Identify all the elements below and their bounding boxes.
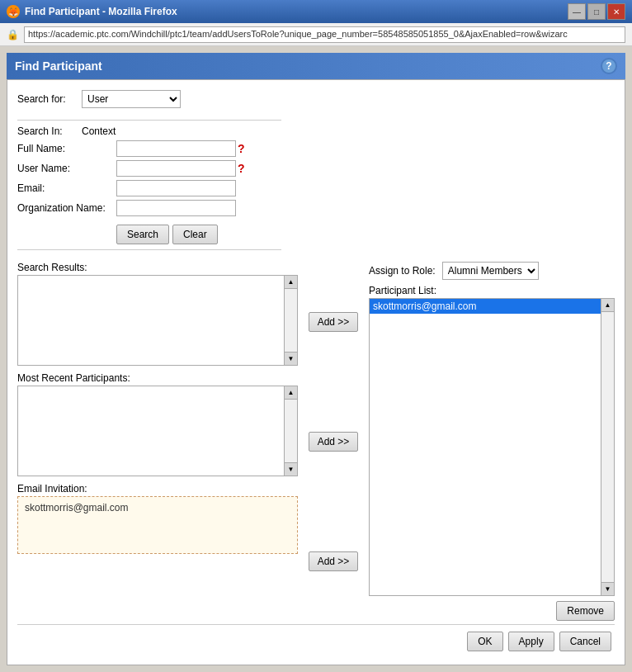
- add-button-2[interactable]: Add >>: [309, 432, 359, 452]
- url-bar[interactable]: https://academic.ptc.com/Windchill/ptc1/…: [24, 26, 625, 43]
- search-in-label: Search In:: [17, 125, 75, 137]
- search-results-list[interactable]: [18, 276, 284, 365]
- search-for-row: Search for: User Group Organization: [17, 90, 615, 108]
- minimize-button[interactable]: —: [568, 3, 586, 20]
- email-invitation-value: skottmorris@gmail.com: [25, 502, 129, 513]
- list-item[interactable]: skottmorris@gmail.com: [370, 299, 601, 314]
- clear-button[interactable]: Clear: [172, 225, 218, 244]
- center-buttons: Add >> Add >> Add >>: [304, 262, 362, 621]
- assign-role-label: Assign to Role:: [369, 265, 436, 277]
- search-results-scroll-up[interactable]: ▲: [285, 276, 297, 289]
- email-label: Email:: [17, 182, 116, 194]
- full-name-label: Full Name:: [17, 143, 116, 154]
- search-results-section: Search Results: ▲ ▼: [17, 262, 298, 366]
- window-controls: — □ ✕: [568, 3, 625, 20]
- cancel-button[interactable]: Cancel: [559, 632, 611, 651]
- remove-button[interactable]: Remove: [556, 601, 615, 621]
- email-invitation-box: skottmorris@gmail.com: [17, 496, 298, 554]
- full-name-required-icon: ?: [238, 142, 245, 155]
- role-select[interactable]: Alumni Members Guest Member: [442, 262, 539, 280]
- user-name-input[interactable]: [116, 160, 236, 177]
- org-name-label: Organization Name:: [17, 202, 116, 214]
- email-invitation-label: Email Invitation:: [17, 483, 298, 495]
- email-row: Email:: [17, 180, 281, 196]
- dialog-title: Find Participant: [15, 59, 102, 73]
- title-bar: 🦊 Find Participant - Mozilla Firefox — □…: [0, 0, 632, 23]
- participant-list[interactable]: skottmorris@gmail.com: [370, 299, 601, 595]
- dialog-container: Find Participant ? Search for: User Grou…: [0, 46, 632, 672]
- address-bar: 🔒 https://academic.ptc.com/Windchill/ptc…: [0, 23, 632, 46]
- add-button-1[interactable]: Add >>: [309, 312, 359, 332]
- ok-button[interactable]: OK: [467, 632, 502, 651]
- full-name-input[interactable]: [116, 140, 236, 157]
- search-for-select[interactable]: User Group Organization: [82, 90, 181, 108]
- recent-scroll-down[interactable]: ▼: [285, 462, 297, 476]
- help-button[interactable]: ?: [601, 58, 617, 74]
- participant-scroll-down[interactable]: ▼: [601, 582, 614, 595]
- org-name-row: Organization Name:: [17, 200, 281, 216]
- divider-2: [17, 249, 281, 250]
- most-recent-label: Most Recent Participants:: [17, 372, 298, 384]
- assign-role-row: Assign to Role: Alumni Members Guest Mem…: [369, 262, 615, 280]
- org-name-input[interactable]: [116, 200, 236, 216]
- most-recent-section: Most Recent Participants: ▲ ▼: [17, 372, 298, 476]
- participant-list-label: Participant List:: [369, 285, 615, 296]
- search-buttons-row: Search Clear: [116, 225, 615, 244]
- maximize-button[interactable]: □: [587, 3, 606, 20]
- user-name-label: User Name:: [17, 163, 116, 174]
- recent-scroll-up[interactable]: ▲: [285, 386, 297, 400]
- user-name-row: User Name: ?: [17, 160, 281, 177]
- participant-scroll-up[interactable]: ▲: [601, 299, 614, 312]
- apply-button[interactable]: Apply: [508, 632, 554, 651]
- search-for-label: Search for:: [17, 93, 75, 105]
- dialog-header: Find Participant ?: [7, 53, 625, 79]
- email-invitation-section: Email Invitation: skottmorris@gmail.com: [17, 483, 298, 554]
- left-panel: Search Results: ▲ ▼ Most Recent Particip…: [17, 262, 298, 621]
- main-layout: Search Results: ▲ ▼ Most Recent Particip…: [17, 262, 615, 621]
- form-fields: Full Name: ? User Name: ? Email: Organiz…: [17, 140, 281, 220]
- bottom-buttons: OK Apply Cancel: [17, 624, 615, 655]
- search-button[interactable]: Search: [116, 225, 169, 244]
- dialog-content: Search for: User Group Organization Sear…: [7, 79, 625, 665]
- email-input[interactable]: [116, 180, 236, 196]
- divider-1: [17, 120, 281, 121]
- title-bar-left: 🦊 Find Participant - Mozilla Firefox: [7, 5, 177, 18]
- lock-icon: 🔒: [7, 29, 19, 40]
- window-title: Find Participant - Mozilla Firefox: [25, 6, 177, 17]
- search-results-label: Search Results:: [17, 262, 298, 273]
- user-name-required-icon: ?: [238, 162, 245, 175]
- remove-btn-row: Remove: [369, 601, 615, 621]
- firefox-icon: 🦊: [7, 5, 20, 18]
- search-results-scroll-down[interactable]: ▼: [285, 352, 297, 365]
- add-button-3[interactable]: Add >>: [309, 551, 359, 571]
- close-button[interactable]: ✕: [607, 3, 625, 20]
- full-name-row: Full Name: ?: [17, 140, 281, 157]
- context-label: Context: [82, 125, 116, 137]
- right-panel: Assign to Role: Alumni Members Guest Mem…: [369, 262, 615, 621]
- search-in-row: Search In: Context: [17, 125, 615, 137]
- most-recent-list[interactable]: [18, 386, 284, 476]
